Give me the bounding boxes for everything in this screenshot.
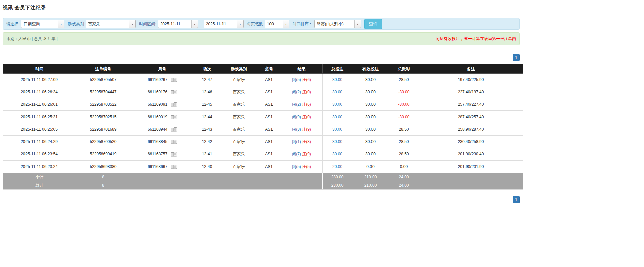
header-round: 局号 (131, 64, 194, 74)
cell-session: 12-44 (194, 111, 220, 123)
view-cards-icon[interactable] (171, 78, 177, 82)
table-row: 2025-11-11 06:26:01522958703522661169091… (3, 98, 523, 111)
cell-note: 257.40/227.40 (419, 98, 523, 111)
chevron-down-icon[interactable]: ▼ (283, 20, 289, 28)
date-to-combo[interactable]: ▼ (204, 20, 244, 28)
page-button[interactable]: 1 (513, 196, 520, 203)
empty-cell (281, 173, 323, 181)
cell-session: 12-42 (194, 136, 220, 148)
cell-time: 2025-11-11 06:25:05 (3, 123, 76, 136)
total-bet-link[interactable]: 30.00 (332, 90, 342, 94)
view-cards-icon[interactable] (171, 165, 177, 169)
chevron-down-icon[interactable]: ▼ (237, 20, 243, 28)
payout-value: 28.50 (399, 77, 409, 82)
summary-bar: 币别：人民币 | 总共 :8 注单 | 同局有效投注，统一计算在该局第一张注单内 (3, 32, 520, 45)
cell-valid-bet: 30.00 (352, 148, 389, 161)
cell-result: 闲(5) 庄(6) (281, 74, 323, 86)
query-button[interactable]: 查询 (364, 19, 382, 29)
cell-valid-bet: 30.00 (352, 136, 389, 148)
empty-cell (220, 181, 257, 190)
empty-cell (257, 181, 281, 190)
cell-session: 12-46 (194, 86, 220, 98)
cell-game-type: 百家乐 (220, 111, 257, 123)
empty-cell (220, 173, 257, 181)
total-bet-link[interactable]: 30.00 (332, 102, 342, 107)
view-cards-icon[interactable] (171, 127, 177, 132)
page-size-input[interactable] (265, 20, 283, 28)
view-cards-icon[interactable] (171, 140, 177, 144)
total-row: 总计 8 230.00 210.00 24.00 (3, 181, 523, 190)
date-to-input[interactable] (204, 20, 237, 28)
total-bet-link[interactable]: 30.00 (332, 152, 342, 157)
query-type-input[interactable] (21, 20, 58, 28)
page-button[interactable]: 1 (513, 54, 520, 61)
game-type-combo[interactable]: ▼ (86, 20, 136, 28)
cell-payout: -30.00 (389, 98, 419, 111)
total-bet-link[interactable]: 30.00 (332, 139, 342, 144)
view-cards-icon[interactable] (171, 90, 177, 94)
header-result: 结果 (281, 64, 323, 74)
table-row: 2025-11-11 06:25:05522958701689661168944… (3, 123, 523, 136)
total-count: 8 (76, 181, 131, 190)
payout-value: 28.50 (399, 127, 409, 132)
total-label: 总计 (3, 181, 76, 190)
cell-game-type: 百家乐 (220, 161, 257, 173)
result-player: 闲(7) (292, 152, 301, 157)
result-banker: 庄(9) (302, 127, 311, 132)
round-number: 661169091 (148, 102, 167, 107)
cell-payout: 28.50 (389, 123, 419, 136)
empty-cell (131, 173, 194, 181)
cell-session: 12-47 (194, 74, 220, 86)
cell-payout: -30.00 (389, 111, 419, 123)
result-player: 闲(3) (292, 127, 301, 132)
page-size-combo[interactable]: ▼ (265, 20, 289, 28)
cell-result: 闲(7) 庄(9) (281, 148, 323, 161)
cell-note: 201.90/230.40 (419, 148, 523, 161)
chevron-down-icon[interactable]: ▼ (354, 20, 361, 28)
cell-total-bet: 30.00 (323, 74, 352, 86)
header-bet-id: 注单编号 (76, 64, 131, 74)
empty-cell (194, 181, 220, 190)
range-separator: ~ (200, 21, 202, 26)
round-number: 661169267 (148, 77, 167, 82)
cell-result: 闲(2) 庄(0) (281, 86, 323, 98)
cell-payout: 28.50 (389, 74, 419, 86)
cell-result: 闲(1) 庄(3) (281, 136, 323, 148)
payout-value: 28.50 (399, 152, 409, 157)
cell-table-no: AS1 (257, 136, 281, 148)
page: 视讯 会员下注纪录 请选择: ▼ 游戏类别 ▼ 时间区间: ▼ ~ ▼ 每页笔数… (0, 0, 520, 203)
game-type-input[interactable] (86, 20, 129, 28)
cell-total-bet: 20.00 (323, 161, 352, 173)
select-label: 请选择: (6, 21, 19, 27)
sort-combo[interactable]: ▼ (314, 20, 361, 28)
query-type-combo[interactable]: ▼ (21, 20, 64, 28)
subtotal-total-bet: 230.00 (323, 173, 352, 181)
cell-note: 258.90/287.40 (419, 123, 523, 136)
chevron-down-icon[interactable]: ▼ (58, 20, 64, 28)
view-cards-icon[interactable] (171, 115, 177, 119)
result-banker: 庄(6) (302, 77, 311, 82)
total-bet-link[interactable]: 20.00 (332, 164, 342, 169)
view-cards-icon[interactable] (171, 102, 177, 107)
summary-warning: 同局有效投注，统一计算在该局第一张注单内 (436, 36, 516, 42)
cell-total-bet: 30.00 (323, 111, 352, 123)
chevron-down-icon[interactable]: ▼ (191, 20, 198, 28)
total-bet-link[interactable]: 30.00 (332, 77, 342, 82)
cell-round: 661169019 (131, 111, 194, 123)
total-bet-link[interactable]: 30.00 (332, 115, 342, 119)
date-from-input[interactable] (158, 20, 191, 28)
chevron-down-icon[interactable]: ▼ (129, 20, 135, 28)
round-number: 661168845 (148, 139, 167, 144)
view-cards-icon[interactable] (171, 152, 177, 157)
total-bet-link[interactable]: 30.00 (332, 127, 342, 132)
cell-valid-bet: 30.00 (352, 86, 389, 98)
sort-input[interactable] (315, 20, 354, 28)
pagination-top: 1 (3, 54, 520, 61)
date-from-combo[interactable]: ▼ (158, 20, 198, 28)
sort-label: 时间排序： (293, 21, 313, 27)
date-range-label: 时间区间: (139, 21, 156, 27)
cell-bet-id: 522958699419 (76, 148, 131, 161)
cell-round: 661168845 (131, 136, 194, 148)
result-player: 闲(2) (292, 102, 301, 107)
cell-table-no: AS1 (257, 111, 281, 123)
